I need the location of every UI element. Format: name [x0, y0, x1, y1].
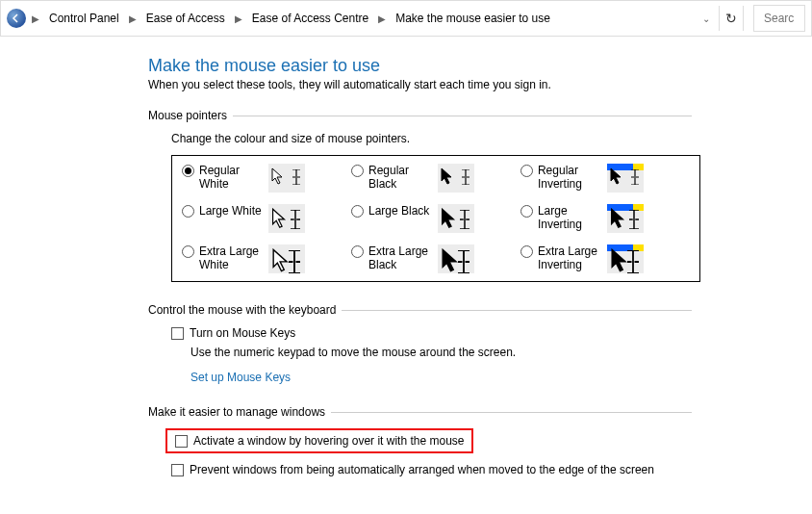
pointer-label: Large Black — [368, 204, 436, 218]
divider — [331, 412, 692, 413]
pointer-label: Regular Inverting — [538, 164, 605, 191]
radio-icon[interactable] — [351, 205, 364, 218]
address-bar: ▶ Control Panel ▶ Ease of Access ▶ Ease … — [0, 0, 812, 37]
mouse-keys-hint: Use the numeric keypad to move the mouse… — [148, 346, 692, 359]
legend-windows: Make it easier to manage windows — [148, 405, 331, 419]
radio-icon[interactable] — [182, 205, 194, 218]
radio-icon[interactable] — [520, 245, 533, 258]
legend-mouse-pointers: Mouse pointers — [148, 109, 233, 122]
pointer-label: Large White — [199, 204, 266, 218]
pointer-option[interactable]: Large Black — [351, 204, 520, 233]
cursor-preview — [438, 244, 474, 273]
cursor-preview — [607, 204, 644, 233]
chevron-right-icon: ▶ — [32, 13, 39, 24]
checkbox-icon[interactable] — [175, 435, 188, 448]
cursor-preview — [268, 244, 305, 273]
radio-icon[interactable] — [351, 165, 364, 177]
crumb-ease-of-access-centre[interactable]: Ease of Access Centre — [248, 10, 372, 27]
radio-icon[interactable] — [182, 245, 194, 258]
pointer-label: Regular White — [199, 164, 266, 191]
refresh-icon[interactable]: ↻ — [719, 6, 744, 31]
radio-icon[interactable] — [520, 205, 533, 218]
pointers-hint: Change the colour and size of mouse poin… — [171, 132, 812, 145]
divider — [342, 310, 692, 311]
checkbox-hover-activate[interactable]: Activate a window by hovering over it wi… — [193, 434, 464, 448]
pointer-option[interactable]: Extra Large White — [182, 244, 351, 273]
radio-icon[interactable] — [182, 165, 194, 177]
pointer-label: Large Inverting — [538, 204, 605, 231]
cursor-preview — [438, 204, 474, 233]
checkbox-icon[interactable] — [171, 327, 184, 340]
pointer-option[interactable]: Large Inverting — [520, 204, 690, 233]
page-subtitle: When you select these tools, they will a… — [148, 78, 812, 91]
search-input[interactable] — [762, 11, 797, 26]
main-content: Make the mouse easier to use When you se… — [0, 37, 812, 501]
chevron-right-icon: ▶ — [378, 13, 386, 24]
chevron-right-icon: ▶ — [129, 13, 137, 24]
divider — [233, 116, 692, 116]
section-mouse-pointers: Mouse pointers — [148, 109, 692, 122]
section-keyboard: Control the mouse with the keyboard — [148, 303, 692, 317]
cursor-preview — [268, 204, 305, 233]
cursor-preview — [607, 244, 644, 273]
checkbox-label: Turn on Mouse Keys — [190, 326, 295, 340]
legend-keyboard: Control the mouse with the keyboard — [148, 303, 342, 317]
pointer-option[interactable]: Large White — [182, 204, 351, 233]
checkbox-icon[interactable] — [171, 464, 184, 476]
search-box[interactable] — [753, 5, 805, 32]
pointer-option[interactable]: Regular White — [182, 164, 351, 193]
radio-icon[interactable] — [351, 245, 364, 258]
chevron-down-icon[interactable]: ⌄ — [696, 13, 717, 24]
radio-icon[interactable] — [520, 165, 533, 177]
chevron-right-icon: ▶ — [235, 13, 242, 24]
pointer-option[interactable]: Regular Black — [351, 164, 520, 193]
section-manage-windows: Make it easier to manage windows — [148, 405, 692, 419]
cursor-preview — [268, 164, 305, 193]
pointer-label: Extra Large White — [199, 244, 266, 271]
pointer-label: Extra Large Inverting — [538, 244, 605, 271]
crumb-control-panel[interactable]: Control Panel — [45, 10, 123, 27]
crumb-ease-of-access[interactable]: Ease of Access — [142, 10, 229, 27]
crumb-current[interactable]: Make the mouse easier to use — [392, 10, 554, 27]
cursor-preview — [438, 164, 474, 193]
pointer-label: Regular Black — [368, 164, 436, 191]
link-setup-mouse-keys[interactable]: Set up Mouse Keys — [148, 371, 692, 384]
pointer-option[interactable]: Regular Inverting — [520, 164, 690, 193]
breadcrumb: ▶ Control Panel ▶ Ease of Access ▶ Ease … — [32, 10, 694, 27]
cursor-preview — [607, 164, 644, 193]
back-icon[interactable] — [7, 9, 26, 28]
checkbox-mouse-keys[interactable]: Turn on Mouse Keys — [148, 326, 692, 340]
checkbox-label: Prevent windows from being automatically… — [190, 463, 654, 476]
pointer-options-box: Regular White Regular Black Regular Inve… — [171, 155, 700, 282]
pointer-label: Extra Large Black — [368, 244, 436, 271]
page-title: Make the mouse easier to use — [148, 56, 812, 76]
pointer-option[interactable]: Extra Large Black — [351, 244, 520, 273]
pointer-option[interactable]: Extra Large Inverting — [520, 244, 690, 273]
highlighted-option: Activate a window by hovering over it wi… — [165, 428, 473, 453]
checkbox-prevent-snap[interactable]: Prevent windows from being automatically… — [148, 463, 692, 476]
